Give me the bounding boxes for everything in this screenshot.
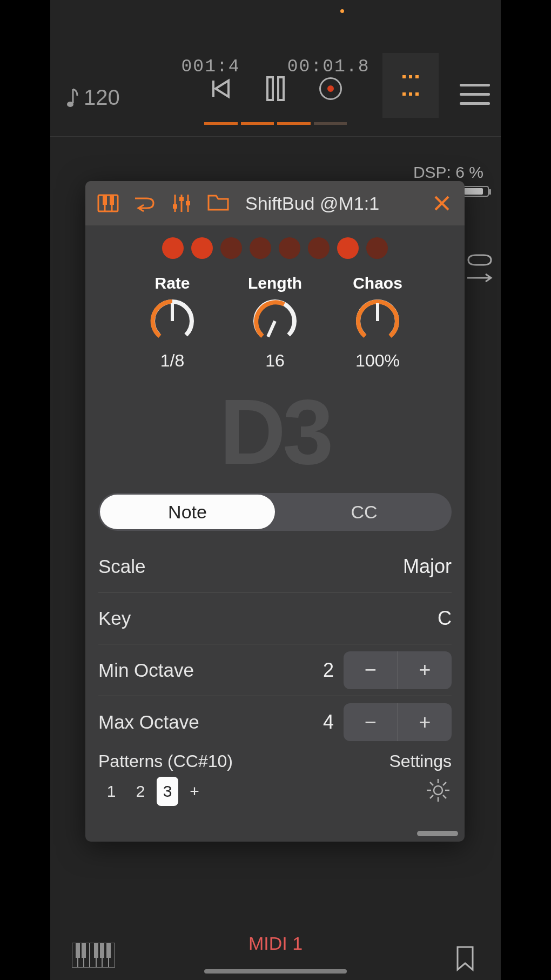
svg-rect-9 xyxy=(110,195,114,205)
resize-handle[interactable] xyxy=(417,831,458,836)
tempo-display[interactable]: 120 xyxy=(66,85,120,110)
mixer-tab-button[interactable] xyxy=(170,191,193,215)
knob-value: 100% xyxy=(340,351,415,371)
svg-point-0 xyxy=(67,102,73,107)
step-dot[interactable] xyxy=(308,237,330,259)
key-row[interactable]: Key C xyxy=(98,592,452,644)
step-dot[interactable] xyxy=(250,237,271,259)
decrement-button[interactable]: − xyxy=(344,651,398,689)
home-indicator[interactable] xyxy=(204,969,347,974)
step-dot[interactable] xyxy=(162,237,184,259)
knob-value: 1/8 xyxy=(135,351,210,371)
bar-beat: 001:4 xyxy=(182,57,240,77)
app-frame: 001:4 00:01.8 120 xyxy=(50,0,501,980)
pattern-button[interactable]: 3 xyxy=(157,777,178,806)
patterns-bar: 1 2 3 + xyxy=(98,777,452,806)
svg-rect-5 xyxy=(98,195,118,211)
song-position-readout: 001:4 00:01.8 xyxy=(182,57,370,77)
step-dot[interactable] xyxy=(220,237,242,259)
length-knob[interactable]: Length 16 xyxy=(237,274,313,371)
routing-icon[interactable] xyxy=(464,253,494,285)
close-panel-button[interactable] xyxy=(430,191,454,215)
svg-rect-34 xyxy=(94,943,98,958)
chaos-knob[interactable]: Chaos 100% xyxy=(340,274,415,371)
keyboard-icon xyxy=(97,194,119,212)
step-indicator-row[interactable] xyxy=(85,237,465,259)
row-value: C xyxy=(438,607,452,630)
tab-note[interactable]: Note xyxy=(100,495,275,529)
panel-header: ShiftBud @M1:1 xyxy=(85,181,465,225)
routing-tab-button[interactable] xyxy=(133,191,157,215)
svg-line-21 xyxy=(268,321,275,337)
skip-back-icon xyxy=(209,77,232,100)
row-value: 4 xyxy=(323,711,334,734)
step-dot[interactable] xyxy=(337,237,359,259)
note-cc-segmented[interactable]: Note CC xyxy=(98,493,452,531)
piano-keys-icon xyxy=(72,943,115,968)
add-pattern-button[interactable]: + xyxy=(182,777,207,806)
current-note-display: D3 xyxy=(85,386,465,478)
decrement-button[interactable]: − xyxy=(344,703,398,741)
svg-point-24 xyxy=(434,786,442,795)
step-dot[interactable] xyxy=(366,237,388,259)
increment-button[interactable]: + xyxy=(398,651,452,689)
record-button[interactable] xyxy=(318,76,344,102)
knob-dial-icon xyxy=(149,298,196,344)
step-dot[interactable] xyxy=(191,237,213,259)
pattern-button[interactable]: 1 xyxy=(98,777,124,806)
knob-dial-icon xyxy=(252,298,298,344)
settings-button[interactable] xyxy=(425,777,452,806)
min-octave-row: Min Octave 2 − + xyxy=(98,644,452,696)
patterns-label: Patterns (CC#10) xyxy=(98,751,233,771)
min-octave-stepper: − + xyxy=(344,651,452,689)
increment-button[interactable]: + xyxy=(398,703,452,741)
record-icon xyxy=(319,77,342,100)
clock-time: 00:01.8 xyxy=(287,57,370,77)
folder-icon xyxy=(206,194,230,213)
battery-icon xyxy=(462,186,489,197)
step-dot[interactable] xyxy=(279,237,300,259)
close-icon xyxy=(433,195,451,212)
tempo-value: 120 xyxy=(84,85,120,110)
tab-cc[interactable]: CC xyxy=(277,493,452,531)
eighth-note-icon xyxy=(66,87,78,109)
row-label: Key xyxy=(98,608,131,629)
gear-icon xyxy=(425,777,452,804)
bookmark-button[interactable] xyxy=(455,946,475,974)
svg-rect-32 xyxy=(76,943,80,958)
pause-button[interactable] xyxy=(263,76,288,102)
rewind-button[interactable] xyxy=(207,76,233,102)
svg-rect-13 xyxy=(173,204,177,209)
transport-controls xyxy=(207,76,344,102)
transport-progress xyxy=(204,122,347,125)
knob-dial-icon xyxy=(354,298,401,344)
keyboard-button[interactable] xyxy=(72,943,115,968)
settings-label: Settings xyxy=(389,751,452,771)
knob-label: Rate xyxy=(135,274,210,292)
row-label: Scale xyxy=(98,556,146,577)
knob-value: 16 xyxy=(237,351,313,371)
files-tab-button[interactable] xyxy=(206,191,230,215)
pattern-button[interactable]: 2 xyxy=(127,777,153,806)
svg-rect-3 xyxy=(267,77,273,100)
max-octave-stepper: − + xyxy=(344,703,452,741)
knob-row: Rate 1/8 Length 16 Chaos xyxy=(85,274,465,371)
svg-rect-14 xyxy=(179,197,184,201)
svg-rect-4 xyxy=(278,77,284,100)
bookmark-icon xyxy=(455,946,475,972)
row-label: Max Octave xyxy=(98,711,199,733)
svg-rect-36 xyxy=(106,943,111,958)
level-meter[interactable] xyxy=(382,53,439,118)
svg-rect-15 xyxy=(186,201,190,205)
menu-button[interactable] xyxy=(460,84,490,105)
dsp-readout: DSP: 6 % xyxy=(413,163,483,182)
row-value: 2 xyxy=(323,659,334,682)
svg-marker-2 xyxy=(216,81,229,97)
max-octave-row: Max Octave 4 − + xyxy=(98,696,452,748)
plugin-panel: ShiftBud @M1:1 Rate xyxy=(85,181,465,842)
svg-rect-8 xyxy=(103,195,107,205)
knob-label: Chaos xyxy=(340,274,415,292)
rate-knob[interactable]: Rate 1/8 xyxy=(135,274,210,371)
keyboard-tab-button[interactable] xyxy=(96,191,120,215)
scale-row[interactable]: Scale Major xyxy=(98,541,452,592)
